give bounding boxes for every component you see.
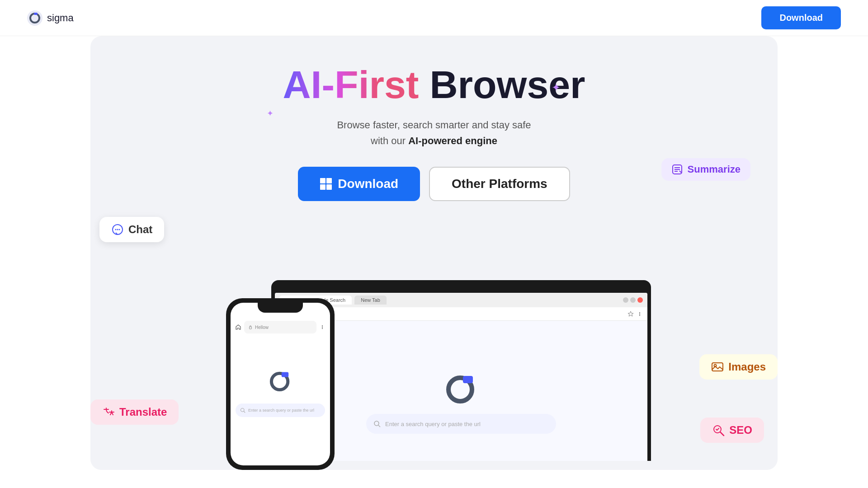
devices-area: google - Google Search New Tab google.co… [217,280,651,470]
svg-rect-6 [326,184,332,190]
hero-download-label: Download [338,177,398,191]
svg-point-31 [322,327,323,328]
phone-home-icon [235,324,241,330]
hero-subtitle-bold: AI-powered engine [408,135,497,146]
seo-badge[interactable]: SEO [700,418,764,443]
svg-point-12 [115,229,117,230]
seo-icon [712,424,725,436]
translate-badge[interactable]: Translate [90,399,179,425]
svg-point-30 [322,325,323,326]
translate-label: Translate [119,406,167,418]
desktop-search-placeholder: Enter a search query or paste the url [385,421,481,427]
nav-download-button[interactable]: Download [761,6,841,29]
star-decoration-2: ✦ [267,108,274,118]
translate-icon [102,406,115,418]
svg-point-24 [639,314,640,315]
summarize-icon [671,164,683,175]
phone-addressbar[interactable]: Hellow [244,321,316,333]
hero-download-button[interactable]: Download [298,167,420,201]
svg-rect-4 [326,178,332,183]
hero-subtitle: Browse faster, search smarter and stay s… [90,117,778,149]
svg-rect-5 [320,184,326,190]
phone-mockup: Hellow Enter a search query or paste the… [226,298,335,470]
phone-navbar: Hellow [231,317,330,333]
star-nav-icon [627,311,634,317]
hero-section: ✦ ✦ AI-First Browser Browse faster, sear… [90,36,778,470]
chat-icon [111,223,124,236]
phone-screen: Hellow Enter a search query or paste the… [231,303,330,465]
other-platforms-button[interactable]: Other Platforms [429,167,570,201]
summarize-badge[interactable]: Summarize [661,158,750,181]
phone-menu-icon [319,324,326,330]
search-icon-phone [240,408,245,413]
desktop-tab-new[interactable]: New Tab [354,296,387,305]
phone-sigma-logo [268,368,293,394]
menu-icon [637,311,643,317]
svg-rect-26 [463,376,473,383]
images-label: Images [728,361,766,373]
svg-point-23 [639,313,640,314]
win-ctrl-max[interactable] [630,297,636,303]
svg-point-22 [639,312,640,313]
desktop-sigma-logo [443,371,479,407]
chat-badge[interactable]: Chat [99,217,164,242]
summarize-label: Summarize [688,164,741,175]
phone-address: Hellow [255,325,269,330]
hero-subtitle-line1: Browse faster, search smarter and stay s… [337,119,531,131]
hero-title-gradient: AI-First [283,63,419,106]
svg-point-35 [241,408,245,412]
lock-icon-phone [249,325,252,329]
phone-search-bar[interactable]: Enter a search query or paste the url [236,404,325,417]
star-decoration-1: ✦ [552,81,561,94]
svg-point-13 [117,229,118,230]
images-icon [711,361,724,373]
svg-rect-34 [282,372,288,377]
svg-rect-15 [712,363,723,371]
svg-line-36 [244,411,245,413]
desktop-search-bar[interactable]: Enter a search query or paste the url [366,414,556,434]
seo-label: SEO [729,424,752,436]
svg-line-28 [378,425,380,427]
win-ctrl-close[interactable] [637,297,643,303]
phone-content: Enter a search query or paste the url [231,333,330,465]
svg-point-27 [374,421,379,426]
images-badge[interactable]: Images [699,354,778,380]
hero-subtitle-line2: with our [371,135,408,146]
svg-rect-29 [250,327,252,329]
chat-label: Chat [128,223,152,236]
svg-marker-21 [628,311,633,316]
navbar: sigma Download [0,0,868,36]
brand-name: sigma [47,12,74,24]
svg-point-32 [322,328,323,329]
sigma-logo-icon [27,10,42,26]
logo-area: sigma [27,10,74,26]
svg-rect-3 [320,178,326,183]
win-ctrl-min[interactable] [623,297,628,303]
desktop-tab2-label: New Tab [361,297,380,303]
svg-point-14 [119,229,120,230]
phone-notch [258,303,303,313]
window-controls [623,297,643,303]
windows-icon [320,178,332,190]
svg-rect-2 [34,13,38,15]
hero-title: AI-First Browser [90,63,778,106]
phone-search-placeholder: Enter a search query or paste the url [248,408,314,413]
svg-line-18 [720,432,724,436]
search-icon-desktop [373,420,381,427]
